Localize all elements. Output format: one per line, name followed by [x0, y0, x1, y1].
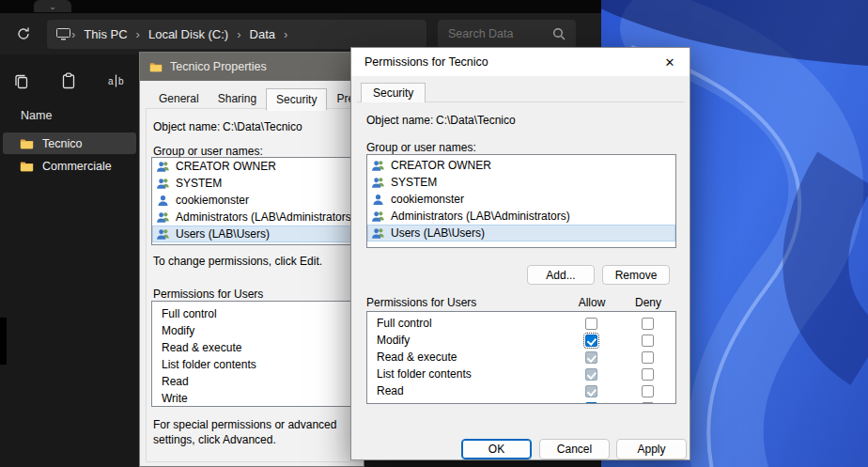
column-header-name[interactable]: Name [0, 103, 139, 132]
users-icon [156, 228, 170, 241]
tab-security[interactable]: Security [266, 88, 327, 111]
permission-item[interactable]: Write [152, 390, 355, 407]
deny-checkbox[interactable] [642, 335, 654, 347]
deny-column-header: Deny [635, 296, 661, 309]
group-listbox: CREATOR OWNER SYSTEM cookiemonster Admin… [366, 154, 676, 248]
users-icon [371, 210, 385, 223]
permission-item[interactable]: Read [152, 373, 355, 390]
permission-row-modify: Modify [367, 332, 675, 349]
group-list-item[interactable]: SYSTEM [152, 175, 355, 192]
explorer-file-list: Name Tecnico Commerciale [0, 103, 139, 178]
deny-checkbox[interactable] [642, 385, 654, 397]
permission-row-read: Read [367, 382, 675, 399]
group-list-item[interactable]: Administrators (LAB\Administrators) [367, 208, 675, 225]
properties-dialog-titlebar[interactable]: Tecnico Properties [140, 53, 364, 81]
group-list-item[interactable]: SYSTEM [367, 174, 675, 191]
cancel-button[interactable]: Cancel [539, 439, 610, 459]
group-list-item[interactable]: CREATOR OWNER [367, 157, 675, 174]
allow-checkbox[interactable] [585, 402, 597, 405]
refresh-icon [16, 26, 31, 41]
group-label: Users (LAB\Users) [176, 227, 270, 241]
file-item-label: Tecnico [42, 137, 82, 150]
object-name-label: Object name: [366, 114, 433, 127]
deny-checkbox[interactable] [642, 318, 654, 330]
allow-checkbox[interactable] [585, 385, 597, 397]
file-item-label: Commerciale [42, 160, 112, 173]
deny-checkbox[interactable] [642, 402, 654, 405]
permission-item[interactable]: List folder contents [152, 356, 355, 373]
permission-row-read-execute: Read & execute [367, 349, 675, 366]
allow-checkbox[interactable] [585, 335, 597, 347]
breadcrumb-item-local-disk[interactable]: Local Disk (C:) [141, 27, 236, 41]
permission-label: Full control [162, 307, 217, 320]
permissions-listbox: Full control Modify Read & execute List … [151, 301, 356, 407]
users-icon [371, 160, 385, 172]
group-label: cookiemonster [176, 194, 249, 207]
allow-checkbox[interactable] [585, 368, 597, 381]
allow-checkbox[interactable] [585, 351, 597, 364]
explorer-window-tab[interactable]: ⌄ [34, 0, 71, 12]
file-item-commerciale[interactable]: Commerciale [3, 155, 136, 177]
ok-button[interactable]: OK [461, 439, 532, 459]
refresh-button[interactable] [11, 22, 36, 46]
edit-hint: To change permissions, click Edit. [153, 255, 322, 268]
permissions-header-row: Permissions for Users Allow Deny [366, 296, 676, 309]
object-name-value: C:\Data\Tecnico [436, 114, 516, 127]
group-list-item[interactable]: CREATOR OWNER [152, 158, 355, 175]
users-icon [371, 177, 385, 189]
file-item-tecnico[interactable]: Tecnico [3, 132, 136, 154]
deny-checkbox[interactable] [642, 351, 654, 364]
permission-label: Read & execute [162, 341, 241, 354]
allow-checkbox[interactable] [585, 318, 597, 330]
tab-sharing[interactable]: Sharing [209, 88, 266, 111]
search-icon [552, 27, 566, 40]
user-icon [371, 194, 385, 206]
copy-button[interactable] [11, 70, 32, 91]
permissions-listbox: Full control Modify Read & execute List … [366, 311, 676, 404]
group-list-item[interactable]: cookiemonster [367, 191, 675, 208]
permission-label: Write [377, 401, 563, 404]
group-list-item[interactable]: cookiemonster [152, 192, 355, 209]
window-edge [0, 318, 7, 365]
search-input[interactable] [448, 27, 552, 40]
search-box[interactable] [438, 20, 576, 49]
breadcrumb-item-data[interactable]: Data [242, 27, 283, 41]
permission-row-write: Write [367, 399, 675, 404]
group-list-item-selected[interactable]: Users (LAB\Users) [152, 226, 355, 242]
apply-button[interactable]: Apply [616, 439, 687, 459]
add-button[interactable]: Add... [527, 265, 595, 285]
folder-icon [149, 61, 163, 72]
group-label: Users (LAB\Users) [391, 226, 485, 240]
users-icon [156, 178, 170, 190]
group-label: Administrators (LAB\Administrators) [176, 210, 355, 224]
permission-item[interactable]: Full control [152, 305, 355, 322]
group-list-item-selected[interactable]: Users (LAB\Users) [367, 225, 675, 241]
group-label: cookiemonster [391, 193, 464, 206]
permission-item[interactable]: Modify [152, 322, 355, 339]
tab-general[interactable]: General [149, 88, 209, 111]
tab-security[interactable]: Security [361, 83, 426, 102]
permission-label: Full control [377, 317, 563, 330]
users-icon [156, 161, 170, 173]
permissions-dialog-title: Permissions for Tecnico [351, 55, 488, 69]
deny-checkbox[interactable] [642, 368, 654, 381]
rename-button[interactable]: a b [105, 70, 126, 91]
permission-label: Read & execute [377, 350, 563, 364]
groups-label: Group or user names: [153, 145, 263, 158]
close-icon: ✕ [665, 55, 675, 70]
permission-item[interactable]: Read & execute [152, 339, 355, 356]
permission-label: List folder contents [377, 367, 563, 381]
permissions-label: Permissions for Users [366, 296, 564, 309]
close-button[interactable]: ✕ [650, 48, 690, 76]
paste-button[interactable] [58, 70, 79, 91]
permissions-dialog-titlebar[interactable]: Permissions for Tecnico ✕ [351, 48, 690, 76]
screen: ⌄ › This PC › Local Disk (C:) › Data [0, 0, 868, 467]
folder-icon [20, 137, 34, 149]
permissions-dialog: Permissions for Tecnico ✕ Security Objec… [350, 47, 690, 460]
group-list-item[interactable]: Administrators (LAB\Administrators) [152, 209, 355, 226]
breadcrumb-item-this-pc[interactable]: This PC [76, 27, 134, 41]
remove-button[interactable]: Remove [602, 265, 670, 285]
advanced-hint: For special permissions or advanced sett… [153, 417, 356, 447]
explorer-titlebar [0, 0, 601, 13]
users-icon [156, 211, 170, 224]
